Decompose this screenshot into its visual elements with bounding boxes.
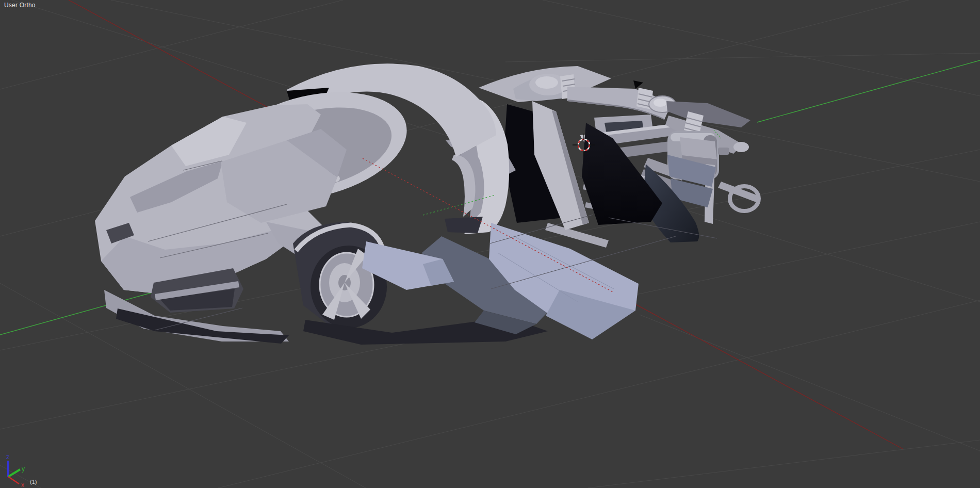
front-wheel[interactable] xyxy=(293,222,387,328)
gizmo-y-label: y xyxy=(22,465,25,473)
car-model[interactable] xyxy=(95,63,759,345)
gizmo-z-label: z xyxy=(6,453,9,461)
view-mode-label: User Ortho xyxy=(4,2,36,9)
axis-gizmo-icon: z y x xyxy=(6,453,25,488)
gizmo-x-label: x xyxy=(21,481,24,488)
layer-indicator: (1) xyxy=(30,479,37,485)
3d-viewport[interactable]: z y x User Ortho (1) xyxy=(0,0,980,488)
